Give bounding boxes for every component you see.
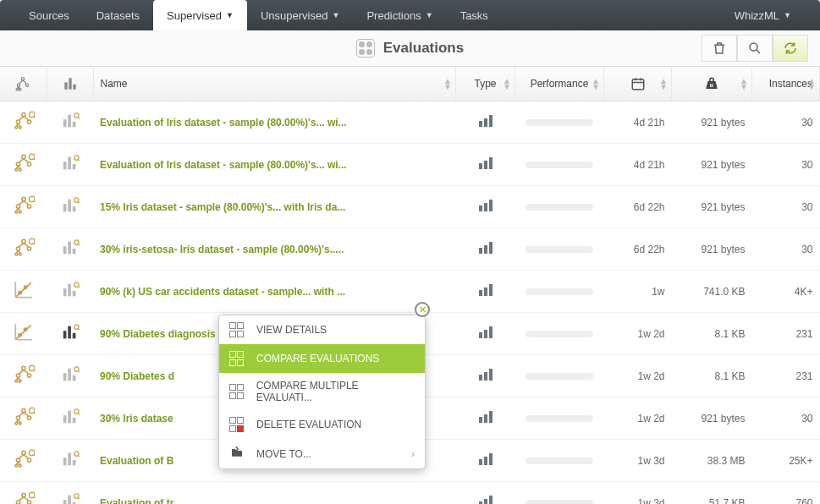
ctx-move-to[interactable]: MOVE TO... › (219, 439, 425, 468)
svg-point-35 (14, 211, 17, 213)
svg-point-68 (19, 380, 21, 382)
svg-rect-49 (68, 242, 71, 255)
dataset-cell[interactable] (47, 482, 93, 505)
type-cell (456, 228, 515, 271)
col-type[interactable]: Type▲▼ (456, 67, 515, 101)
dataset-cell[interactable] (47, 271, 93, 313)
dataset-cell[interactable] (47, 144, 93, 186)
model-cell[interactable] (0, 482, 47, 505)
nav-unsupervised[interactable]: Unsupervised▼ (247, 0, 353, 30)
title-bar: Evaluations (0, 30, 820, 67)
col-size[interactable]: B▲▼ (672, 67, 752, 101)
refresh-button[interactable] (773, 35, 808, 62)
size-cell: 921 bytes (672, 397, 752, 440)
evaluations-icon (356, 39, 375, 58)
name-cell[interactable]: 15% Iris dataset - sample (80.00%)'s... … (93, 186, 456, 228)
size-cell: 921 bytes (672, 144, 752, 186)
age-cell: 1w 3d (604, 440, 672, 482)
svg-rect-8 (73, 85, 75, 90)
svg-rect-72 (72, 375, 75, 381)
dataset-cell[interactable] (47, 101, 93, 144)
model-cell[interactable] (0, 397, 47, 440)
dataset-cell[interactable] (47, 397, 93, 440)
dataset-cell[interactable] (47, 186, 93, 228)
performance-cell (515, 228, 604, 271)
dataset-cell[interactable] (47, 313, 93, 355)
nav-datasets[interactable]: Datasets (83, 0, 153, 30)
performance-cell (515, 313, 604, 355)
svg-point-85 (16, 458, 19, 462)
name-cell[interactable]: 90% (k) US car accidents dataset - sampl… (93, 271, 456, 313)
table-row[interactable]: Evaluation of Iris dataset - sample (80.… (0, 101, 820, 144)
svg-rect-30 (72, 164, 75, 169)
svg-rect-71 (68, 369, 71, 381)
model-cell[interactable] (0, 101, 47, 144)
classification-icon (479, 200, 493, 211)
model-cell[interactable] (0, 186, 47, 228)
svg-rect-7 (69, 78, 71, 89)
dataset-cell[interactable] (47, 228, 93, 271)
ctx-compare-evaluations[interactable]: COMPARE EVALUATIONS (219, 344, 425, 373)
svg-point-1 (22, 78, 25, 80)
table-row[interactable]: 30% iris-setosa- Iris dataset - sample (… (0, 228, 820, 271)
svg-rect-70 (63, 373, 66, 381)
col-dataset[interactable] (47, 67, 93, 101)
svg-rect-56 (72, 291, 75, 296)
model-cell[interactable] (0, 440, 47, 482)
svg-point-23 (16, 162, 19, 166)
sort-icon: ▲▼ (443, 78, 452, 90)
name-cell[interactable]: Evaluation of Iris dataset - sample (80.… (93, 144, 456, 186)
svg-rect-80 (63, 415, 66, 423)
size-cell: 8.1 KB (672, 313, 752, 355)
nav-supervised[interactable]: Supervised▼ (153, 0, 247, 30)
classification-icon (479, 369, 493, 381)
type-cell (456, 482, 515, 505)
col-age[interactable]: ▲▼ (604, 67, 672, 101)
model-cell[interactable] (0, 355, 47, 397)
col-name[interactable]: Name▲▼ (93, 67, 456, 101)
classification-icon (479, 496, 493, 504)
ctx-delete[interactable]: DELETE EVALUATION (219, 410, 425, 439)
name-cell[interactable]: Evaluation of Iris dataset - sample (80.… (93, 101, 456, 144)
svg-point-96 (27, 501, 30, 504)
nav-whizzml[interactable]: WhizzML▼ (721, 0, 805, 30)
svg-point-34 (27, 205, 30, 208)
svg-point-52 (19, 292, 21, 294)
age-cell: 6d 22h (604, 186, 672, 228)
model-cell[interactable] (0, 271, 47, 313)
type-cell (456, 186, 515, 228)
trash-button[interactable] (702, 35, 737, 62)
table-row[interactable]: 15% Iris dataset - sample (80.00%)'s... … (0, 186, 820, 228)
model-cell[interactable] (0, 228, 47, 271)
svg-rect-18 (63, 119, 66, 127)
svg-rect-61 (68, 326, 71, 339)
performance-cell (515, 397, 604, 440)
svg-point-32 (21, 197, 25, 200)
nav-sources[interactable]: Sources (15, 0, 83, 30)
bars-icon (62, 75, 79, 92)
col-model[interactable] (0, 67, 47, 101)
name-cell[interactable]: Evaluation of tr (93, 482, 456, 505)
nav-predictions[interactable]: Predictions▼ (353, 0, 446, 30)
close-context-icon[interactable]: ✕ (415, 302, 430, 317)
table-row[interactable]: Evaluation of Iris dataset - sample (80.… (0, 144, 820, 186)
svg-point-53 (24, 286, 26, 288)
table-row[interactable]: Evaluation of tr1w 3d51.7 KB760 (0, 482, 820, 505)
nav-tasks[interactable]: Tasks (447, 0, 502, 30)
table-row[interactable]: 90% (k) US car accidents dataset - sampl… (0, 271, 820, 313)
dataset-cell[interactable] (47, 440, 93, 482)
dataset-cell[interactable] (47, 355, 93, 397)
search-button[interactable] (737, 35, 773, 62)
page-title: Evaluations (383, 40, 464, 57)
age-cell: 1w 2d (604, 313, 672, 355)
model-cell[interactable] (0, 313, 47, 355)
ctx-compare-multiple[interactable]: COMPARE MULTIPLE EVALUATI... (219, 373, 425, 410)
name-cell[interactable]: 30% iris-setosa- Iris dataset - sample (… (93, 228, 456, 271)
svg-rect-90 (63, 457, 66, 465)
col-instances[interactable]: Instances▲▼ (752, 67, 820, 101)
col-performance[interactable]: Performance▲▼ (515, 67, 604, 101)
svg-point-44 (27, 247, 30, 250)
ctx-view-details[interactable]: VIEW DETAILS (219, 315, 425, 344)
model-cell[interactable] (0, 144, 47, 186)
svg-point-22 (21, 155, 25, 158)
